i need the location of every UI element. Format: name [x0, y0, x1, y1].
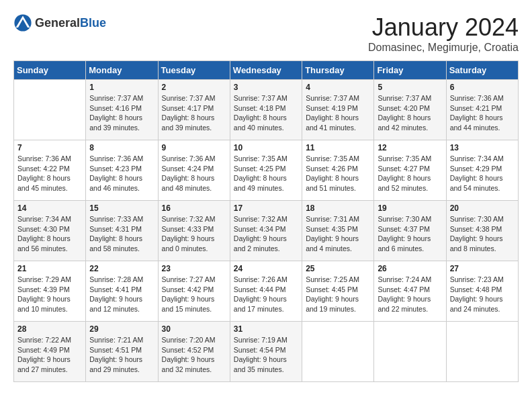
day-number: 28: [17, 324, 82, 334]
calendar-week-row: 21Sunrise: 7:29 AM Sunset: 4:39 PM Dayli…: [14, 261, 519, 322]
calendar-cell: 20Sunrise: 7:30 AM Sunset: 4:38 PM Dayli…: [446, 201, 518, 261]
calendar-cell: 14Sunrise: 7:34 AM Sunset: 4:30 PM Dayli…: [14, 201, 86, 261]
calendar-cell: 3Sunrise: 7:37 AM Sunset: 4:18 PM Daylig…: [230, 80, 302, 140]
day-number: 24: [234, 264, 298, 273]
day-info: Sunrise: 7:21 AM Sunset: 4:51 PM Dayligh…: [89, 335, 154, 375]
calendar-cell: [374, 322, 446, 382]
weekday-header-row: SundayMondayTuesdayWednesdayThursdayFrid…: [14, 61, 519, 80]
day-info: Sunrise: 7:19 AM Sunset: 4:54 PM Dayligh…: [234, 335, 298, 375]
day-number: 13: [450, 143, 515, 152]
calendar-cell: 26Sunrise: 7:24 AM Sunset: 4:47 PM Dayli…: [374, 261, 446, 322]
day-number: 15: [89, 203, 154, 213]
day-info: Sunrise: 7:27 AM Sunset: 4:42 PM Dayligh…: [162, 275, 226, 314]
day-number: 12: [378, 143, 442, 152]
day-info: Sunrise: 7:22 AM Sunset: 4:49 PM Dayligh…: [17, 335, 82, 375]
calendar-cell: [446, 322, 518, 382]
day-number: 17: [234, 203, 298, 213]
day-info: Sunrise: 7:30 AM Sunset: 4:37 PM Dayligh…: [378, 214, 442, 254]
weekday-header-tuesday: Tuesday: [158, 61, 230, 80]
day-info: Sunrise: 7:35 AM Sunset: 4:25 PM Dayligh…: [234, 154, 298, 193]
day-info: Sunrise: 7:29 AM Sunset: 4:39 PM Dayligh…: [17, 275, 82, 314]
day-info: Sunrise: 7:34 AM Sunset: 4:29 PM Dayligh…: [450, 154, 515, 193]
day-info: Sunrise: 7:23 AM Sunset: 4:48 PM Dayligh…: [450, 275, 515, 314]
calendar-cell: 27Sunrise: 7:23 AM Sunset: 4:48 PM Dayli…: [446, 261, 518, 322]
title-area: January 2024 Domasinec, Megimurje, Croat…: [368, 13, 519, 54]
day-number: 3: [234, 83, 298, 92]
day-info: Sunrise: 7:20 AM Sunset: 4:52 PM Dayligh…: [162, 335, 226, 375]
calendar-cell: 9Sunrise: 7:36 AM Sunset: 4:24 PM Daylig…: [158, 140, 230, 201]
day-number: 22: [89, 264, 154, 273]
location-title: Domasinec, Megimurje, Croatia: [368, 42, 519, 54]
calendar-cell: 10Sunrise: 7:35 AM Sunset: 4:25 PM Dayli…: [230, 140, 302, 201]
day-info: Sunrise: 7:36 AM Sunset: 4:24 PM Dayligh…: [162, 154, 226, 193]
day-info: Sunrise: 7:25 AM Sunset: 4:45 PM Dayligh…: [306, 275, 370, 314]
day-number: 25: [306, 264, 370, 273]
day-info: Sunrise: 7:35 AM Sunset: 4:27 PM Dayligh…: [378, 154, 442, 193]
calendar-cell: 7Sunrise: 7:36 AM Sunset: 4:22 PM Daylig…: [14, 140, 86, 201]
calendar-week-row: 1Sunrise: 7:37 AM Sunset: 4:16 PM Daylig…: [14, 80, 519, 140]
day-number: 26: [378, 264, 442, 273]
calendar-cell: 16Sunrise: 7:32 AM Sunset: 4:33 PM Dayli…: [158, 201, 230, 261]
day-info: Sunrise: 7:35 AM Sunset: 4:26 PM Dayligh…: [306, 154, 370, 193]
calendar-cell: 31Sunrise: 7:19 AM Sunset: 4:54 PM Dayli…: [230, 322, 302, 382]
day-number: 14: [17, 203, 82, 213]
day-number: 27: [450, 264, 515, 273]
calendar-cell: 13Sunrise: 7:34 AM Sunset: 4:29 PM Dayli…: [446, 140, 518, 201]
calendar-cell: 18Sunrise: 7:31 AM Sunset: 4:35 PM Dayli…: [302, 201, 374, 261]
logo-icon: [13, 13, 32, 32]
day-number: 1: [89, 83, 154, 92]
calendar-table: SundayMondayTuesdayWednesdayThursdayFrid…: [13, 60, 519, 382]
weekday-header-friday: Friday: [374, 61, 446, 80]
calendar-cell: 1Sunrise: 7:37 AM Sunset: 4:16 PM Daylig…: [86, 80, 158, 140]
day-info: Sunrise: 7:32 AM Sunset: 4:34 PM Dayligh…: [234, 214, 298, 254]
calendar-cell: 2Sunrise: 7:37 AM Sunset: 4:17 PM Daylig…: [158, 80, 230, 140]
day-info: Sunrise: 7:32 AM Sunset: 4:33 PM Dayligh…: [162, 214, 226, 254]
calendar-cell: 29Sunrise: 7:21 AM Sunset: 4:51 PM Dayli…: [86, 322, 158, 382]
logo-text-blue: Blue: [80, 16, 106, 30]
day-number: 4: [306, 83, 370, 92]
day-info: Sunrise: 7:24 AM Sunset: 4:47 PM Dayligh…: [378, 275, 442, 314]
day-number: 19: [378, 203, 442, 213]
day-info: Sunrise: 7:36 AM Sunset: 4:22 PM Dayligh…: [17, 154, 82, 193]
day-number: 20: [450, 203, 515, 213]
weekday-header-monday: Monday: [86, 61, 158, 80]
calendar-cell: 17Sunrise: 7:32 AM Sunset: 4:34 PM Dayli…: [230, 201, 302, 261]
calendar-cell: 11Sunrise: 7:35 AM Sunset: 4:26 PM Dayli…: [302, 140, 374, 201]
weekday-header-wednesday: Wednesday: [230, 61, 302, 80]
calendar-week-row: 28Sunrise: 7:22 AM Sunset: 4:49 PM Dayli…: [14, 322, 519, 382]
day-info: Sunrise: 7:26 AM Sunset: 4:44 PM Dayligh…: [234, 275, 298, 314]
day-info: Sunrise: 7:37 AM Sunset: 4:20 PM Dayligh…: [378, 93, 442, 133]
day-info: Sunrise: 7:37 AM Sunset: 4:19 PM Dayligh…: [306, 93, 370, 133]
calendar-week-row: 7Sunrise: 7:36 AM Sunset: 4:22 PM Daylig…: [14, 140, 519, 201]
calendar-cell: [302, 322, 374, 382]
day-number: 5: [378, 83, 442, 92]
weekday-header-sunday: Sunday: [14, 61, 86, 80]
day-info: Sunrise: 7:28 AM Sunset: 4:41 PM Dayligh…: [89, 275, 154, 314]
page-header: GeneralBlue January 2024 Domasinec, Megi…: [13, 13, 519, 54]
day-info: Sunrise: 7:31 AM Sunset: 4:35 PM Dayligh…: [306, 214, 370, 254]
day-info: Sunrise: 7:37 AM Sunset: 4:18 PM Dayligh…: [234, 93, 298, 133]
day-info: Sunrise: 7:37 AM Sunset: 4:17 PM Dayligh…: [162, 93, 226, 133]
day-number: 11: [306, 143, 370, 152]
day-info: Sunrise: 7:36 AM Sunset: 4:21 PM Dayligh…: [450, 93, 515, 133]
calendar-cell: [14, 80, 86, 140]
calendar-cell: 21Sunrise: 7:29 AM Sunset: 4:39 PM Dayli…: [14, 261, 86, 322]
day-number: 30: [162, 324, 226, 334]
day-number: 21: [17, 264, 82, 273]
calendar-cell: 4Sunrise: 7:37 AM Sunset: 4:19 PM Daylig…: [302, 80, 374, 140]
day-info: Sunrise: 7:33 AM Sunset: 4:31 PM Dayligh…: [89, 214, 154, 254]
day-info: Sunrise: 7:36 AM Sunset: 4:23 PM Dayligh…: [89, 154, 154, 193]
weekday-header-thursday: Thursday: [302, 61, 374, 80]
day-info: Sunrise: 7:34 AM Sunset: 4:30 PM Dayligh…: [17, 214, 82, 254]
day-number: 6: [450, 83, 515, 92]
calendar-cell: 30Sunrise: 7:20 AM Sunset: 4:52 PM Dayli…: [158, 322, 230, 382]
day-number: 31: [234, 324, 298, 334]
calendar-cell: 24Sunrise: 7:26 AM Sunset: 4:44 PM Dayli…: [230, 261, 302, 322]
calendar-cell: 28Sunrise: 7:22 AM Sunset: 4:49 PM Dayli…: [14, 322, 86, 382]
day-number: 8: [89, 143, 154, 152]
calendar-cell: 19Sunrise: 7:30 AM Sunset: 4:37 PM Dayli…: [374, 201, 446, 261]
calendar-cell: 25Sunrise: 7:25 AM Sunset: 4:45 PM Dayli…: [302, 261, 374, 322]
calendar-cell: 8Sunrise: 7:36 AM Sunset: 4:23 PM Daylig…: [86, 140, 158, 201]
logo: GeneralBlue: [13, 13, 106, 32]
month-title: January 2024: [368, 13, 519, 42]
